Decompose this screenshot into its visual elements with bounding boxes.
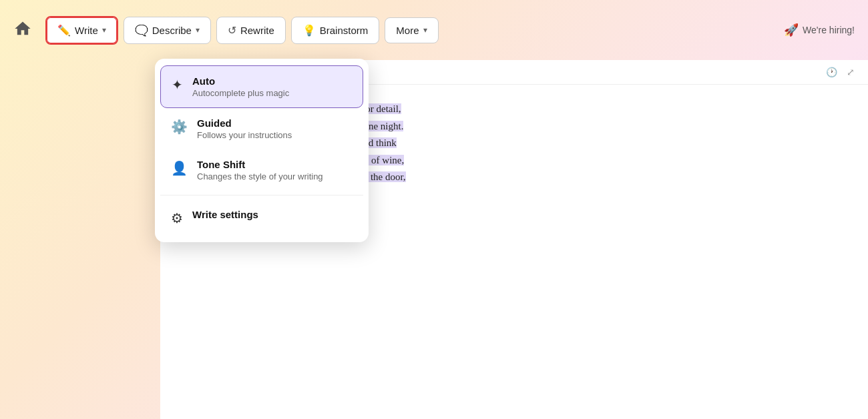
auto-title: Auto — [192, 75, 289, 87]
more-label: More — [396, 25, 419, 36]
guided-subtitle: Follows your instructions — [197, 130, 292, 140]
hiring-link[interactable]: 🚀 We're hiring! — [784, 23, 855, 37]
write-button[interactable]: ✏️ Write ▾ — [45, 16, 118, 45]
rewrite-icon: ↺ — [228, 24, 236, 37]
write-icon: ✏️ — [57, 24, 71, 37]
describe-label: Describe — [152, 25, 192, 36]
rewrite-button[interactable]: ↺ Rewrite — [216, 17, 286, 44]
rocket-icon: 🚀 — [784, 23, 799, 37]
top-nav: ✏️ Write ▾ 🗨️ Describe ▾ ↺ Rewrite 💡 Bra… — [0, 0, 868, 60]
write-settings-label: Write settings — [192, 209, 258, 220]
tone-shift-subtitle: Changes the style of your writing — [197, 171, 323, 181]
brainstorm-label: Brainstorm — [320, 25, 369, 36]
home-button[interactable] — [13, 19, 32, 41]
guided-icon: ⚙️ — [171, 119, 188, 135]
home-icon — [13, 19, 32, 38]
menu-item-write-settings[interactable]: ⚙ Write settings — [160, 199, 363, 236]
describe-button[interactable]: 🗨️ Describe ▾ — [124, 17, 211, 44]
menu-item-auto[interactable]: ✦ Auto Autocomplete plus magic — [160, 65, 363, 108]
auto-icon: ✦ — [172, 77, 183, 93]
menu-divider — [160, 195, 363, 195]
history-icon[interactable]: 🕐 — [823, 65, 840, 79]
hiring-text: We're hiring! — [803, 25, 855, 35]
expand-icon[interactable]: ⤢ — [844, 65, 857, 79]
left-sidebar — [0, 0, 160, 419]
write-chevron-icon: ▾ — [102, 25, 106, 35]
auto-subtitle: Autocomplete plus magic — [192, 88, 289, 98]
guided-title: Guided — [197, 117, 292, 129]
describe-icon: 🗨️ — [135, 24, 148, 37]
more-chevron-icon: ▾ — [423, 25, 427, 35]
write-label: Write — [75, 25, 98, 36]
rewrite-label: Rewrite — [240, 25, 274, 36]
describe-chevron-icon: ▾ — [196, 25, 200, 35]
more-button[interactable]: More ▾ — [385, 17, 438, 43]
brainstorm-icon: 💡 — [302, 24, 316, 37]
menu-item-guided[interactable]: ⚙️ Guided Follows your instructions — [160, 108, 363, 149]
settings-icon: ⚙ — [171, 210, 183, 226]
tone-shift-icon: 👤 — [171, 160, 188, 176]
brainstorm-button[interactable]: 💡 Brainstorm — [291, 17, 380, 44]
tone-shift-title: Tone Shift — [197, 159, 323, 170]
write-dropdown-menu: ✦ Auto Autocomplete plus magic ⚙️ Guided… — [155, 59, 369, 242]
menu-item-tone-shift[interactable]: 👤 Tone Shift Changes the style of your w… — [160, 149, 363, 191]
